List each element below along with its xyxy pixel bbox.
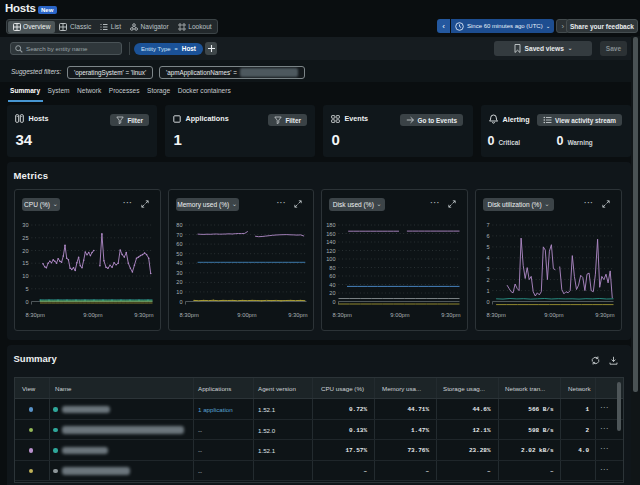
svg-text:9:30pm: 9:30pm <box>441 312 461 318</box>
svg-text:7: 7 <box>486 222 489 228</box>
svg-text:5: 5 <box>486 244 489 250</box>
svg-text:10: 10 <box>22 273 28 279</box>
svg-text:9:00pm: 9:00pm <box>83 312 103 318</box>
svg-text:50: 50 <box>176 251 182 257</box>
svg-text:60: 60 <box>330 273 336 279</box>
svg-text:6: 6 <box>486 233 489 239</box>
svg-text:180: 180 <box>326 222 335 228</box>
svg-text:0: 0 <box>179 299 182 305</box>
svg-text:30: 30 <box>22 222 28 228</box>
svg-text:9:00pm: 9:00pm <box>391 312 411 318</box>
svg-text:120: 120 <box>326 248 335 254</box>
svg-text:60: 60 <box>176 241 182 247</box>
svg-text:20: 20 <box>330 290 336 296</box>
svg-text:70: 70 <box>176 232 182 238</box>
svg-text:40: 40 <box>330 282 336 288</box>
svg-text:8:30pm: 8:30pm <box>333 312 353 318</box>
svg-text:40: 40 <box>176 260 182 266</box>
svg-text:9:00pm: 9:00pm <box>544 312 564 318</box>
svg-text:9:30pm: 9:30pm <box>288 312 308 318</box>
svg-text:8:30pm: 8:30pm <box>26 312 46 318</box>
svg-text:100: 100 <box>326 256 335 262</box>
svg-text:140: 140 <box>326 239 335 245</box>
svg-text:1: 1 <box>486 288 489 294</box>
svg-text:0: 0 <box>25 299 28 305</box>
svg-text:8:30pm: 8:30pm <box>179 312 199 318</box>
svg-text:3: 3 <box>486 266 489 272</box>
svg-text:10: 10 <box>176 289 182 295</box>
svg-text:0: 0 <box>333 299 336 305</box>
svg-text:160: 160 <box>326 231 335 237</box>
svg-text:20: 20 <box>22 248 28 254</box>
svg-text:8:30pm: 8:30pm <box>487 312 507 318</box>
svg-text:15: 15 <box>22 260 28 266</box>
svg-text:25: 25 <box>22 235 28 241</box>
svg-text:80: 80 <box>176 222 182 228</box>
svg-text:30: 30 <box>176 270 182 276</box>
svg-text:0: 0 <box>486 299 489 305</box>
svg-text:9:30pm: 9:30pm <box>595 312 615 318</box>
svg-text:80: 80 <box>330 265 336 271</box>
svg-text:9:30pm: 9:30pm <box>134 312 154 318</box>
svg-text:9:00pm: 9:00pm <box>237 312 257 318</box>
svg-text:20: 20 <box>176 279 182 285</box>
svg-text:5: 5 <box>25 286 28 292</box>
svg-text:2: 2 <box>486 277 489 283</box>
svg-text:4: 4 <box>486 255 489 261</box>
